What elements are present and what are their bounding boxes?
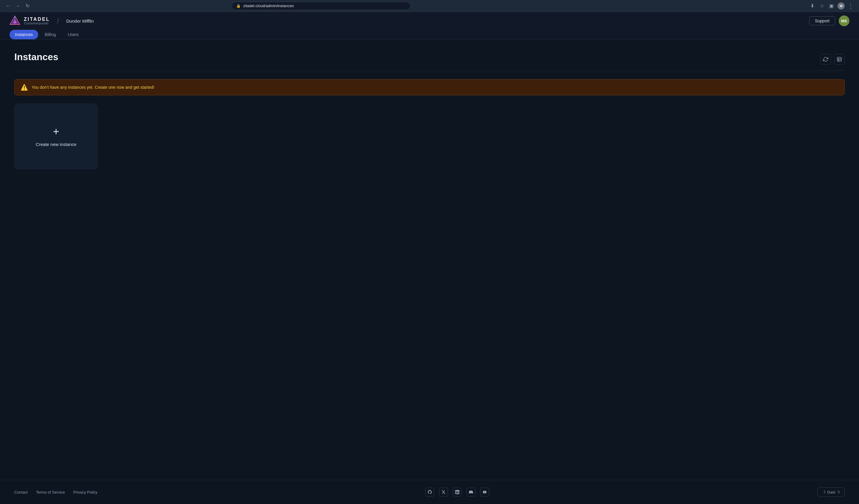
instances-grid: + Create new instance bbox=[14, 104, 845, 169]
tab-users[interactable]: Users bbox=[62, 30, 84, 39]
refresh-button[interactable]: ↻ bbox=[24, 2, 31, 10]
footer-social bbox=[425, 488, 489, 497]
user-avatar[interactable]: MS bbox=[839, 15, 849, 26]
url-text: zitadel.cloud/admin/instances bbox=[243, 3, 406, 8]
app-wrapper: ZITADEL Customerportal / Dunder Mifflin … bbox=[0, 12, 859, 504]
logo-text-area: ZITADEL Customerportal bbox=[24, 17, 50, 25]
browser-bar: ← → ↻ 🔒 zitadel.cloud/admin/instances ⬇ … bbox=[0, 0, 859, 12]
footer-privacy-link[interactable]: Privacy Policy bbox=[73, 490, 97, 494]
logo-name: ZITADEL bbox=[24, 17, 50, 22]
warning-text: You don't have any instances yet. Create… bbox=[32, 85, 154, 90]
forward-button[interactable]: → bbox=[14, 2, 21, 10]
back-button[interactable]: ← bbox=[5, 2, 12, 10]
logo-subtitle: Customerportal bbox=[24, 22, 50, 25]
zitadel-logo-icon bbox=[10, 15, 20, 26]
tab-instances[interactable]: Instances bbox=[10, 30, 38, 39]
page-actions bbox=[820, 51, 845, 65]
header-divider: / bbox=[57, 17, 59, 25]
nav-tabs: Instances Billing Users bbox=[10, 30, 849, 39]
table-view-button[interactable] bbox=[834, 54, 845, 65]
tab-billing[interactable]: Billing bbox=[40, 30, 61, 39]
header-top: ZITADEL Customerportal / Dunder Mifflin … bbox=[10, 12, 849, 30]
warning-icon: ⚠️ bbox=[20, 84, 28, 91]
page-title: Instances bbox=[14, 51, 59, 63]
plus-icon: + bbox=[53, 126, 59, 137]
svg-rect-4 bbox=[837, 57, 841, 61]
linkedin-icon[interactable] bbox=[453, 488, 462, 497]
page-header: Instances bbox=[14, 51, 845, 65]
theme-icon: ☽ bbox=[822, 489, 826, 495]
header-actions: Support MS bbox=[809, 15, 849, 26]
bookmark-icon[interactable]: ☆ bbox=[818, 2, 826, 10]
main-content: Instances bbox=[0, 40, 859, 480]
refresh-icon bbox=[823, 57, 828, 62]
app-header: ZITADEL Customerportal / Dunder Mifflin … bbox=[0, 12, 859, 40]
theme-toggle[interactable]: ☽ Dark ⇅ bbox=[817, 487, 845, 497]
discord-icon[interactable] bbox=[466, 488, 476, 497]
github-icon[interactable] bbox=[425, 488, 434, 497]
browser-user-avatar[interactable]: M bbox=[838, 2, 845, 10]
refresh-button[interactable] bbox=[820, 54, 831, 65]
create-instance-label: Create new instance bbox=[36, 142, 77, 147]
theme-arrows-icon: ⇅ bbox=[837, 490, 840, 494]
warning-banner: ⚠️ You don't have any instances yet. Cre… bbox=[14, 79, 845, 95]
footer-links: Contact Terms of Service Privacy Policy bbox=[14, 490, 97, 494]
footer-contact-link[interactable]: Contact bbox=[14, 490, 28, 494]
extensions-icon[interactable]: ▣ bbox=[828, 2, 835, 10]
browser-nav: ← → ↻ bbox=[5, 2, 31, 10]
support-button[interactable]: Support bbox=[809, 16, 835, 25]
browser-menu-icon[interactable]: ⋮ bbox=[847, 2, 854, 10]
browser-actions: ⬇ ☆ ▣ M ⋮ bbox=[809, 2, 854, 10]
table-icon bbox=[837, 57, 842, 62]
content-divider bbox=[14, 70, 845, 71]
url-bar[interactable]: 🔒 zitadel.cloud/admin/instances bbox=[232, 2, 411, 10]
download-icon[interactable]: ⬇ bbox=[809, 2, 816, 10]
org-name: Dunder Mifflin bbox=[66, 18, 94, 23]
app-footer: Contact Terms of Service Privacy Policy bbox=[0, 480, 859, 504]
lock-icon: 🔒 bbox=[236, 4, 241, 8]
youtube-icon[interactable] bbox=[480, 488, 489, 497]
logo-area: ZITADEL Customerportal bbox=[10, 15, 50, 26]
footer-terms-link[interactable]: Terms of Service bbox=[36, 490, 65, 494]
twitter-icon[interactable] bbox=[439, 488, 448, 497]
theme-label: Dark bbox=[827, 490, 835, 494]
create-instance-card[interactable]: + Create new instance bbox=[14, 104, 98, 169]
